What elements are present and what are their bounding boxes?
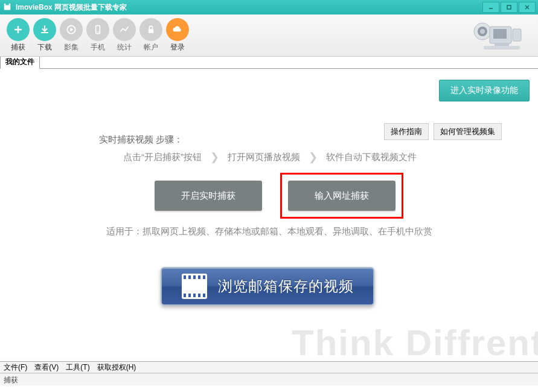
svg-rect-1 (4, 4, 6, 5)
svg-rect-18 (493, 29, 507, 39)
close-button[interactable] (519, 2, 536, 13)
window-titlebar: ImovieBox 网页视频批量下载专家 (0, 0, 538, 14)
step-3: 软件自动下载视频文件 (326, 152, 417, 163)
svg-rect-4 (507, 5, 511, 9)
browse-mailbox-button[interactable]: 浏览邮箱保存的视频 (161, 267, 374, 306)
svg-rect-2 (9, 4, 11, 5)
svg-rect-20 (495, 43, 509, 46)
tool-label: 登录 (164, 42, 191, 53)
camera-decoration-icon (466, 16, 526, 56)
tool-stats[interactable]: 统计 (111, 18, 138, 53)
svg-rect-13 (149, 29, 153, 33)
svg-rect-21 (484, 46, 520, 50)
status-text: 捕获 (4, 376, 18, 384)
suitable-for-text: 适用于：抓取网页上视频、存储本地或邮箱、本地观看、异地调取、在手机中欣赏 (0, 226, 538, 237)
minimize-button[interactable] (482, 2, 499, 13)
svg-point-16 (480, 29, 485, 34)
window-title: ImovieBox 网页视频批量下载专家 (16, 2, 481, 13)
status-bar: 捕获 (0, 373, 538, 385)
menu-file[interactable]: 文件(F) (4, 362, 27, 373)
tool-account[interactable]: 帐户 (138, 18, 164, 53)
tool-label: 下载 (31, 42, 58, 53)
tab-bar: 我的文件 (0, 57, 538, 69)
chevron-right-icon: ❯ (309, 150, 318, 164)
svg-point-12 (97, 31, 98, 33)
menu-view[interactable]: 查看(V) (34, 362, 59, 373)
tool-label: 捕获 (5, 42, 31, 53)
cloud-icon (166, 18, 189, 41)
steps-row: 点击“开启捕获”按钮 ❯ 打开网页播放视频 ❯ 软件自动下载视频文件 (123, 150, 417, 164)
watermark-text: Think Diffrent (292, 322, 538, 364)
download-icon (33, 18, 56, 41)
maximize-button[interactable] (501, 2, 517, 13)
tool-phone[interactable]: 手机 (85, 18, 111, 53)
tool-label: 统计 (111, 42, 138, 53)
main-content: 进入实时录像功能 操作指南 如何管理视频集 实时捕获视频 步骤： 点击“开启捕获… (0, 69, 538, 361)
input-url-capture-button[interactable]: 输入网址捕获 (288, 181, 395, 211)
menu-tools[interactable]: 工具(T) (66, 362, 89, 373)
start-realtime-capture-button[interactable]: 开启实时捕获 (155, 181, 262, 211)
svg-marker-10 (70, 28, 73, 32)
svg-rect-19 (513, 29, 521, 41)
step-2: 打开网页播放视频 (228, 152, 300, 163)
step-1: 点击“开启捕获”按钮 (123, 152, 202, 163)
manage-videos-button[interactable]: 如何管理视频集 (434, 123, 502, 140)
tab-my-files[interactable]: 我的文件 (0, 55, 40, 69)
svg-rect-0 (4, 5, 11, 10)
chart-icon (113, 18, 136, 41)
plus-icon (7, 18, 30, 41)
tool-capture[interactable]: 捕获 (5, 18, 31, 53)
tool-label: 帐户 (138, 42, 164, 53)
realtime-record-button[interactable]: 进入实时录像功能 (439, 80, 530, 101)
chevron-right-icon: ❯ (210, 150, 219, 164)
steps-heading: 实时捕获视频 步骤： (99, 134, 183, 146)
tool-label: 影集 (58, 42, 85, 53)
play-icon (60, 18, 83, 41)
film-icon (182, 274, 207, 299)
menu-auth[interactable]: 获取授权(H) (97, 362, 136, 373)
lock-icon (139, 18, 162, 41)
highlight-box: 输入网址捕获 (280, 173, 403, 219)
phone-icon (86, 18, 109, 41)
tool-download[interactable]: 下载 (31, 18, 58, 53)
tool-album[interactable]: 影集 (58, 18, 85, 53)
browse-mailbox-label: 浏览邮箱保存的视频 (218, 277, 354, 296)
main-toolbar: 捕获 下载 影集 手机 统计 帐户 登录 (0, 14, 538, 57)
tool-login[interactable]: 登录 (164, 18, 191, 53)
guide-button[interactable]: 操作指南 (384, 123, 429, 140)
tool-label: 手机 (85, 42, 111, 53)
app-icon (2, 2, 12, 12)
